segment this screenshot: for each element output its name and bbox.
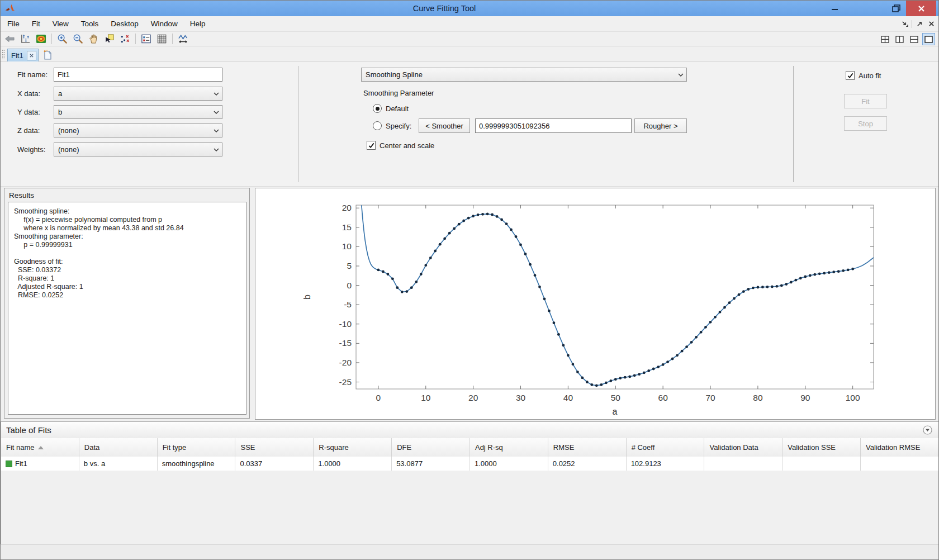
- new-fit-button[interactable]: [42, 49, 53, 60]
- svg-text:-5: -5: [344, 300, 352, 309]
- zoom-in-button[interactable]: [55, 32, 70, 46]
- column-header-fit-name[interactable]: Fit name: [1, 438, 79, 457]
- svg-text:90: 90: [800, 393, 810, 402]
- layout-split-vertical-button[interactable]: [893, 33, 906, 45]
- column-header-sse[interactable]: SSE: [235, 438, 314, 457]
- fit-plot-canvas[interactable]: 0102030405060708090100-25-20-15-10-50510…: [255, 188, 935, 419]
- minimize-button[interactable]: [821, 1, 848, 16]
- svg-text:-25: -25: [339, 377, 352, 387]
- results-box[interactable]: Smoothing spline: f(x) = piecewise polyn…: [8, 202, 246, 415]
- layout-split-horizontal-icon: [910, 36, 918, 43]
- column-header-fit-type[interactable]: Fit type: [158, 438, 236, 457]
- fit-name-input[interactable]: [54, 68, 222, 82]
- table-of-fits-titlebar: Table of Fits: [1, 422, 939, 439]
- tab-fit1[interactable]: Fit1: [7, 49, 39, 61]
- drag-grip-icon[interactable]: [2, 49, 5, 59]
- close-button[interactable]: [906, 1, 936, 16]
- legend-button[interactable]: [139, 32, 154, 46]
- column-header-label: Fit type: [163, 443, 187, 452]
- chevron-down-icon: [675, 73, 686, 77]
- contour-plot-button[interactable]: [34, 32, 49, 46]
- column-header-validation-sse[interactable]: Validation SSE: [782, 438, 861, 457]
- svg-text:0: 0: [347, 281, 352, 290]
- menu-item-tools[interactable]: Tools: [75, 17, 105, 30]
- table-empty-body[interactable]: [1, 471, 939, 544]
- menu-item-window[interactable]: Window: [145, 17, 184, 30]
- fit-type-select[interactable]: Smoothing Spline: [361, 68, 687, 82]
- tab-label: Fit1: [8, 51, 27, 60]
- maximize-panel-button[interactable]: [915, 20, 924, 29]
- undock-button[interactable]: [900, 20, 909, 29]
- axes-box: [356, 205, 874, 389]
- y-data-select[interactable]: b: [54, 105, 222, 119]
- fit-button[interactable]: Fit: [844, 94, 887, 108]
- auto-fit-label: Auto fit: [859, 72, 881, 80]
- menu-item-desktop[interactable]: Desktop: [105, 17, 145, 30]
- zoom-in-icon: [57, 34, 68, 44]
- column-header-validation-data[interactable]: Validation Data: [704, 438, 782, 457]
- curve-fitting-tool-window: Curve Fitting Tool FileFitViewToolsDeskt…: [0, 0, 939, 560]
- column-header-data[interactable]: Data: [79, 438, 158, 457]
- grid-button[interactable]: [154, 32, 169, 46]
- x-axis-label: a: [613, 407, 618, 416]
- window-title: Curve Fitting Tool: [96, 4, 793, 13]
- residuals-plot-button[interactable]: [18, 32, 33, 46]
- column-header-adj-r-sq[interactable]: Adj R-sq: [470, 438, 548, 457]
- svg-text:60: 60: [658, 393, 668, 402]
- table-of-fits-title: Table of Fits: [6, 425, 51, 435]
- layout-grid-button[interactable]: [879, 33, 891, 45]
- menu-item-help[interactable]: Help: [184, 17, 212, 30]
- column-header-r-square[interactable]: R-square: [314, 438, 392, 457]
- specify-radio[interactable]: [373, 121, 382, 130]
- center-and-scale-checkbox[interactable]: [367, 141, 376, 150]
- curve-plot-button[interactable]: [2, 32, 17, 46]
- svg-text:80: 80: [753, 393, 763, 402]
- datatip-icon: [104, 34, 115, 44]
- pan-button[interactable]: [86, 32, 101, 46]
- rougher-button[interactable]: Rougher >: [634, 118, 687, 133]
- menu-item-view[interactable]: View: [46, 17, 75, 30]
- auto-fit-row: Auto fit: [846, 71, 881, 80]
- svg-text:50: 50: [611, 393, 621, 402]
- table-menu-icon[interactable]: [923, 425, 932, 435]
- stop-button[interactable]: Stop: [844, 116, 887, 131]
- x-data-select[interactable]: a: [54, 87, 222, 101]
- z-data-select[interactable]: (none): [54, 124, 222, 137]
- default-radio[interactable]: [373, 104, 382, 113]
- column-header-rmse[interactable]: RMSE: [548, 438, 627, 457]
- column-header--coeff[interactable]: # Coeff: [627, 438, 705, 457]
- grid-icon: [156, 34, 167, 44]
- tab-close-icon[interactable]: [27, 51, 36, 60]
- menu-item-fit[interactable]: Fit: [26, 17, 46, 30]
- column-header-dfe[interactable]: DFE: [392, 438, 470, 457]
- menu-item-file[interactable]: File: [1, 17, 26, 30]
- zoom-out-button[interactable]: [70, 32, 86, 46]
- exclude-outliers-button[interactable]: [117, 32, 132, 46]
- column-header-label: Validation SSE: [788, 443, 836, 452]
- table-cell-value: 1.0000: [475, 459, 497, 468]
- curve-plot-icon: [4, 34, 15, 44]
- restore-button[interactable]: [884, 1, 908, 16]
- svg-text:40: 40: [563, 393, 573, 402]
- smoother-button[interactable]: < Smoother: [419, 118, 470, 133]
- smoothing-parameter-input[interactable]: [475, 118, 632, 133]
- table-row[interactable]: Fit1b vs. asmoothingspline0.03371.000053…: [1, 457, 939, 471]
- axes-limits-button[interactable]: [176, 32, 191, 46]
- sort-ascending-icon: [38, 446, 44, 449]
- layout-split-horizontal-button[interactable]: [908, 33, 921, 45]
- window-bottom-strip: [1, 544, 938, 560]
- column-header-label: Validation RMSE: [866, 443, 920, 452]
- close-panel-button[interactable]: [927, 20, 936, 29]
- smoothing-parameter-label: Smoothing Parameter: [363, 89, 434, 97]
- table-cell-value: Fit1: [15, 459, 27, 468]
- column-header-validation-rmse[interactable]: Validation RMSE: [861, 438, 939, 457]
- weights-select[interactable]: (none): [54, 143, 222, 156]
- axes-limits-icon: [178, 34, 188, 44]
- layout-single-button[interactable]: [922, 33, 935, 45]
- undock-icon: [901, 20, 908, 27]
- svg-text:-10: -10: [339, 319, 352, 329]
- datatip-button[interactable]: [102, 32, 117, 46]
- specify-radio-label: Specify:: [386, 122, 411, 130]
- auto-fit-checkbox[interactable]: [846, 71, 855, 80]
- table-cell: 1.0000: [470, 457, 548, 471]
